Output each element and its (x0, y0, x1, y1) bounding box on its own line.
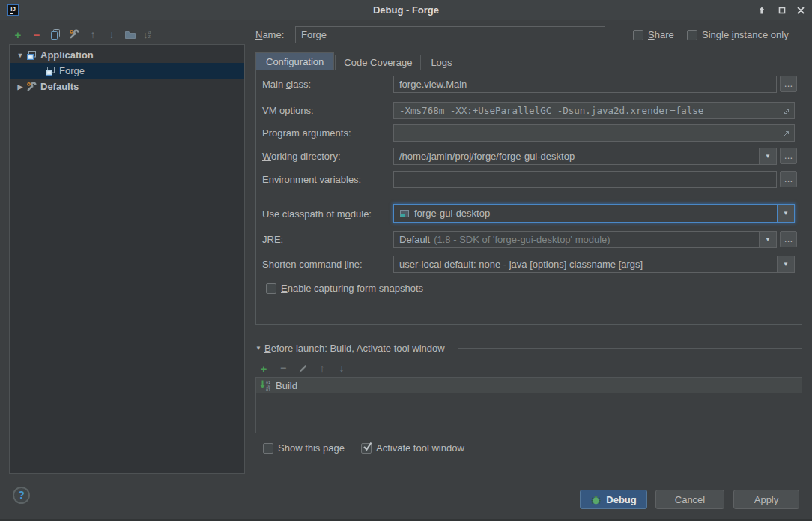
sort-configurations-button[interactable]: ↓ az (143, 29, 151, 40)
before-launch-header: Before launch: Build, Activate tool wind… (264, 343, 445, 355)
arrow-up-icon (757, 6, 766, 15)
close-icon (796, 6, 805, 15)
shorten-command-line-label: Shorten command line: (262, 259, 363, 271)
tree-item-application[interactable]: ▼ Application (10, 47, 244, 63)
tree-item-label: Forge (59, 65, 85, 76)
vm-options-input[interactable]: -Xms768m -XX:+UseParallelGC -Dsun.java2d… (393, 102, 795, 119)
before-launch-separator (458, 348, 802, 349)
task-label: Build (276, 380, 297, 391)
list-item-build[interactable]: 01 10 01 Build (256, 378, 802, 393)
configurations-tree: ▼ Application Forge ▶ (9, 44, 245, 474)
tab-code-coverage[interactable]: Code Coverage (335, 55, 421, 70)
config-tabs: Configuration Code Coverage Logs (255, 52, 462, 70)
program-arguments-label: Program arguments: (262, 127, 351, 139)
working-directory-combobox[interactable]: /home/jamin/proj/forge/forge-gui-desktop… (393, 148, 777, 165)
chevron-down-icon[interactable]: ▼ (777, 256, 794, 272)
environment-variables-label: Environment variables: (262, 174, 361, 186)
capture-snapshots-checkbox[interactable] (266, 283, 276, 294)
settings-wrench-icon (25, 81, 37, 93)
jre-combobox[interactable]: Default (1.8 - SDK of 'forge-gui-desktop… (393, 231, 777, 248)
working-directory-label: Working directory: (262, 151, 341, 163)
configurations-toolbar: + − ↑ ↓ ↓ az (12, 28, 151, 41)
tree-item-forge[interactable]: Forge (10, 63, 244, 79)
expander-open-icon[interactable]: ▼ (15, 52, 25, 59)
intellij-logo-icon: IJ (7, 4, 19, 16)
tree-item-label: Application (40, 49, 94, 61)
copy-configuration-button[interactable] (49, 28, 61, 41)
edit-templates-button[interactable] (68, 28, 80, 41)
tree-item-label: Defaults (40, 81, 79, 92)
name-label: Name: (255, 29, 284, 41)
task-up-button[interactable]: ↑ (316, 361, 328, 375)
program-arguments-input[interactable] (393, 124, 795, 142)
sort-az-icon: az (148, 30, 151, 39)
cancel-button[interactable]: Cancel (655, 490, 724, 509)
add-task-button[interactable]: + (258, 361, 270, 375)
chevron-down-icon[interactable]: ▼ (777, 205, 794, 222)
working-directory-browse-button[interactable]: … (780, 148, 797, 164)
application-icon (25, 49, 37, 61)
add-configuration-button[interactable]: + (12, 28, 24, 41)
apply-button[interactable]: Apply (733, 490, 799, 509)
move-down-button[interactable]: ↓ (106, 28, 118, 41)
share-checkbox[interactable] (633, 30, 643, 40)
expand-field-icon[interactable] (782, 106, 790, 118)
task-down-button[interactable]: ↓ (336, 361, 348, 375)
activate-tool-window-label: Activate tool window (376, 442, 464, 454)
main-class-input[interactable]: forge.view.Main (393, 76, 777, 93)
debug-button[interactable]: Debug (580, 490, 647, 509)
debug-configuration-dialog: Debug - Forge IJ + − ↑ ↓ (0, 0, 812, 521)
window-maximize-button[interactable] (777, 5, 787, 16)
use-classpath-label: Use classpath of module: (262, 208, 372, 220)
help-button[interactable]: ? (13, 487, 30, 504)
main-class-browse-button[interactable]: … (780, 76, 797, 92)
single-instance-label: Single instance only (702, 29, 789, 41)
main-class-label: Main class: (262, 79, 311, 91)
tab-logs[interactable]: Logs (422, 55, 461, 70)
single-instance-checkbox[interactable] (687, 30, 697, 40)
jre-browse-button[interactable]: … (780, 231, 797, 247)
window-title: Debug - Forge (0, 0, 812, 20)
module-icon (399, 208, 410, 219)
environment-variables-browse-button[interactable]: … (780, 171, 797, 187)
svg-text:01: 01 (266, 388, 270, 392)
title-bar[interactable]: Debug - Forge IJ (0, 0, 812, 20)
create-folder-button[interactable] (124, 28, 136, 41)
edit-task-button[interactable] (297, 361, 309, 375)
pencil-icon (297, 363, 309, 374)
use-classpath-combobox[interactable]: forge-gui-desktop ▼ (393, 204, 795, 223)
before-launch-collapse-icon[interactable]: ▼ (255, 345, 261, 352)
share-label: Share (648, 29, 674, 41)
copy-icon (49, 28, 61, 40)
before-launch-toolbar: + − ↑ ↓ (258, 361, 348, 375)
remove-configuration-button[interactable]: − (31, 28, 43, 41)
window-rollup-button[interactable] (757, 5, 767, 16)
window-close-button[interactable] (796, 5, 806, 16)
chevron-down-icon[interactable]: ▼ (759, 148, 776, 164)
wrench-icon (68, 28, 80, 40)
show-this-page-label: Show this page (278, 442, 345, 454)
expander-closed-icon[interactable]: ▶ (15, 83, 25, 91)
tree-item-defaults[interactable]: ▶ Defaults (10, 79, 244, 94)
show-this-page-checkbox[interactable] (263, 443, 273, 454)
application-icon (44, 65, 56, 77)
checkmark-icon (361, 441, 374, 452)
name-input[interactable]: Forge (295, 26, 605, 43)
bug-icon (590, 494, 602, 505)
remove-task-button[interactable]: − (277, 361, 289, 375)
vm-options-label: VM options: (262, 105, 314, 117)
expand-field-icon[interactable] (782, 129, 790, 140)
before-launch-list: 01 10 01 Build (255, 377, 802, 433)
jre-label: JRE: (262, 234, 283, 246)
chevron-down-icon[interactable]: ▼ (759, 232, 776, 247)
maximize-icon (778, 6, 787, 15)
folder-icon (124, 28, 136, 40)
capture-snapshots-label: Enable capturing form snapshots (281, 283, 423, 295)
shorten-command-line-combobox[interactable]: user-local default: none - java [options… (393, 256, 795, 273)
tab-configuration[interactable]: Configuration (255, 52, 334, 70)
move-up-button[interactable]: ↑ (87, 28, 99, 41)
activate-tool-window-checkbox[interactable] (361, 443, 372, 454)
environment-variables-input[interactable] (393, 171, 777, 188)
build-icon: 01 10 01 (260, 379, 272, 391)
